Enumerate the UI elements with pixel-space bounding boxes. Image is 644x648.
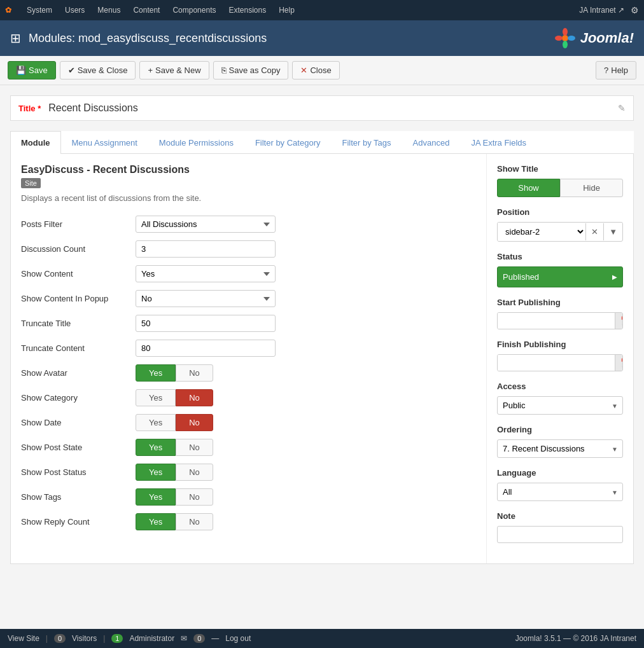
plus-icon: +	[148, 65, 153, 75]
show-title-show-btn[interactable]: Show	[497, 179, 560, 197]
tab-module[interactable]: Module	[10, 131, 61, 154]
svg-point-0	[562, 35, 568, 41]
status-arrow: ▶	[612, 273, 617, 280]
position-clear-btn[interactable]: ✕	[585, 223, 603, 240]
show-date-yes[interactable]: Yes	[136, 414, 176, 431]
show-content-popup-control: Yes No	[136, 290, 276, 307]
show-date-no[interactable]: No	[176, 414, 213, 431]
show-title-section-title: Show Title	[497, 164, 623, 174]
nav-menus[interactable]: Menus	[92, 3, 125, 17]
tab-advanced[interactable]: Advanced	[402, 131, 461, 154]
svg-point-1	[563, 28, 568, 36]
truncate-content-input[interactable]	[136, 340, 276, 357]
close-button[interactable]: ✕ Close	[292, 61, 339, 79]
show-title-section: Show Title Show Hide	[497, 164, 623, 197]
finish-publishing-label: Finish Publishing	[497, 340, 623, 349]
discussion-count-control	[136, 240, 276, 258]
nav-users[interactable]: Users	[60, 3, 90, 17]
show-reply-count-no[interactable]: No	[176, 513, 213, 530]
show-reply-count-label: Show Reply Count	[21, 517, 136, 527]
nav-system[interactable]: System	[22, 3, 57, 17]
nav-content[interactable]: Content	[128, 3, 165, 17]
show-post-status-yes[interactable]: Yes	[136, 464, 176, 481]
show-post-state-no[interactable]: No	[176, 439, 213, 456]
ordering-label: Ordering	[497, 425, 623, 434]
show-post-state-yes[interactable]: Yes	[136, 439, 176, 456]
toolbar: 💾 Save ✔ Save & Close + Save & New ⎘ Sav…	[0, 56, 644, 85]
status-label: Status	[497, 252, 623, 261]
module-title: EasyDiscuss - Recent Discussions	[21, 164, 476, 176]
show-post-state-label: Show Post State	[21, 443, 136, 452]
content-area: EasyDiscuss - Recent Discussions Site Di…	[10, 154, 634, 564]
top-nav-right: JA Intranet ↗ ⚙	[579, 5, 639, 15]
truncate-title-input[interactable]	[136, 315, 276, 332]
position-arrow-btn[interactable]: ▼	[603, 223, 622, 240]
finish-publishing-input[interactable]	[498, 355, 615, 371]
note-input[interactable]	[497, 526, 623, 543]
header-bar: ⊞ Modules: mod_easydiscuss_recentdiscuss…	[0, 20, 644, 56]
tab-menu-assignment[interactable]: Menu Assignment	[61, 131, 148, 154]
access-select[interactable]: Public Registered Special	[497, 396, 623, 415]
truncate-title-control	[136, 315, 276, 332]
help-icon: ?	[604, 65, 608, 75]
start-publishing-cal-btn[interactable]: 📅	[615, 313, 623, 329]
save-new-button[interactable]: + Save & New	[139, 61, 209, 79]
show-title-toggle: Show Hide	[497, 179, 623, 197]
posts-filter-select[interactable]: All Discussions My Discussions Featured	[136, 216, 276, 233]
tab-filter-by-category[interactable]: Filter by Category	[244, 131, 332, 154]
save-copy-button[interactable]: ⎘ Save as Copy	[213, 61, 289, 79]
show-tags-yes[interactable]: Yes	[136, 488, 176, 506]
show-avatar-label: Show Avatar	[21, 368, 136, 378]
nav-components[interactable]: Components	[167, 3, 221, 17]
ordering-select[interactable]: 7. Recent Discussions	[497, 439, 623, 458]
start-publishing-input[interactable]	[498, 313, 615, 329]
show-post-state-row: Show Post State Yes No	[21, 439, 476, 456]
show-content-row: Show Content Yes No	[21, 265, 476, 282]
show-reply-count-yes[interactable]: Yes	[136, 513, 176, 530]
show-category-yes[interactable]: Yes	[136, 389, 176, 406]
save-button[interactable]: 💾 Save	[8, 61, 56, 79]
tab-module-permissions[interactable]: Module Permissions	[148, 131, 244, 154]
posts-filter-row: Posts Filter All Discussions My Discussi…	[21, 216, 476, 233]
page-title: Modules: mod_easydiscuss_recentdiscussio…	[29, 32, 554, 45]
show-content-select[interactable]: Yes No	[136, 265, 276, 282]
tab-ja-extra-fields[interactable]: JA Extra Fields	[460, 131, 537, 154]
discussion-count-label: Discussion Count	[21, 244, 136, 254]
position-select-wrapper: sidebar-2 ✕ ▼	[497, 222, 623, 242]
gear-icon[interactable]: ⚙	[631, 5, 639, 15]
show-reply-count-toggle: Yes No	[136, 513, 213, 530]
site-badge: Site	[21, 178, 41, 188]
module-description: Displays a recent list of discussions fr…	[21, 193, 476, 203]
show-post-status-label: Show Post Status	[21, 467, 136, 477]
posts-filter-control: All Discussions My Discussions Featured	[136, 216, 276, 233]
joomla-text: Joomla!	[580, 30, 634, 46]
show-tags-row: Show Tags Yes No	[21, 488, 476, 506]
joomla-logo-small: ✿	[5, 6, 11, 15]
nav-extensions[interactable]: Extensions	[223, 3, 271, 17]
tab-filter-by-tags[interactable]: Filter by Tags	[331, 131, 402, 154]
title-input[interactable]	[48, 102, 618, 114]
status-section: Status Published ▶	[497, 252, 623, 287]
finish-publishing-cal-btn[interactable]: 📅	[615, 355, 623, 371]
start-publishing-section: Start Publishing 📅	[497, 298, 623, 329]
language-select[interactable]: All	[497, 483, 623, 501]
truncate-content-label: Truncate Content	[21, 343, 136, 353]
help-button[interactable]: ? Help	[596, 61, 636, 79]
show-post-status-no[interactable]: No	[176, 464, 213, 481]
site-link[interactable]: JA Intranet ↗	[579, 6, 624, 15]
show-title-hide-btn[interactable]: Hide	[560, 179, 623, 197]
position-select[interactable]: sidebar-2	[498, 223, 585, 241]
svg-point-3	[563, 41, 568, 48]
nav-help[interactable]: Help	[274, 3, 300, 17]
status-value: Published	[503, 272, 539, 282]
show-post-state-toggle: Yes No	[136, 439, 213, 456]
show-tags-no[interactable]: No	[176, 488, 213, 506]
discussion-count-input[interactable]	[136, 240, 276, 258]
show-category-no[interactable]: No	[176, 389, 213, 406]
show-date-row: Show Date Yes No	[21, 414, 476, 431]
save-close-button[interactable]: ✔ Save & Close	[60, 61, 136, 79]
status-button[interactable]: Published ▶	[497, 266, 623, 287]
show-avatar-no[interactable]: No	[176, 364, 213, 382]
show-avatar-yes[interactable]: Yes	[136, 364, 176, 382]
show-content-popup-select[interactable]: Yes No	[136, 290, 276, 307]
